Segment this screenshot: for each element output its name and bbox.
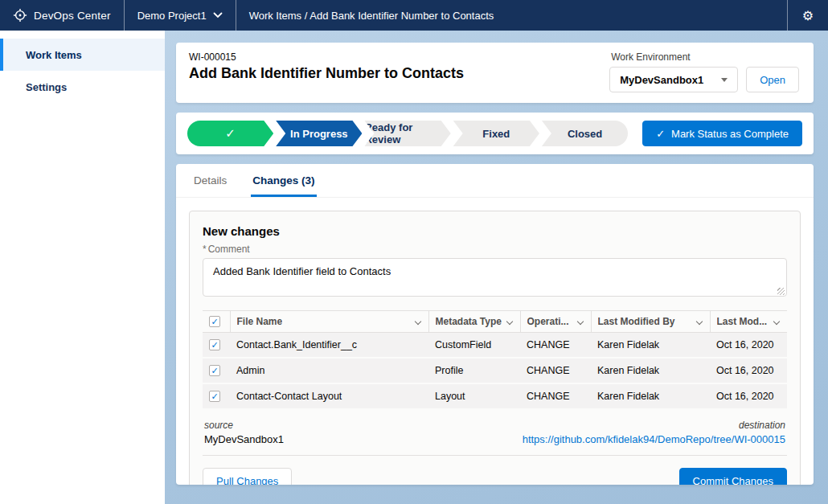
destination-label: destination <box>523 420 785 431</box>
column-label: Metadata Type <box>436 316 502 327</box>
chevron-down-icon[interactable] <box>414 318 420 325</box>
work-item-header-card: WI-000015 Add Bank Identifier Number to … <box>176 43 814 103</box>
source-label: source <box>204 420 284 431</box>
column-header-file-name[interactable]: File Name <box>230 311 428 333</box>
sidebar-item-settings[interactable]: Settings <box>0 71 165 103</box>
settings-gear-button[interactable]: ⚙ <box>788 0 828 31</box>
table-header-row: ✓ File Name Metadata Type Operati... Las… <box>203 311 787 333</box>
column-label: Last Modified By <box>598 316 675 327</box>
row-checkbox[interactable]: ✓ <box>209 365 220 376</box>
status-path-card: ✓ In Progress Ready for Review Fixed Clo… <box>176 113 814 154</box>
cell-operation: CHANGE <box>520 383 591 409</box>
pull-changes-button[interactable]: Pull Changes <box>203 468 292 485</box>
cell-last-modified-date: Oct 16, 2020 <box>710 383 787 409</box>
check-icon: ✓ <box>211 367 218 375</box>
work-environment-select[interactable]: MyDevSandbox1 <box>609 67 738 92</box>
content-area: WI-000015 Add Bank Identifier Number to … <box>165 31 828 504</box>
chevron-down-icon[interactable] <box>695 318 702 325</box>
devops-center-logo-icon <box>13 8 27 23</box>
comment-label-text: Comment <box>208 244 250 255</box>
chevron-down-icon[interactable] <box>506 318 512 325</box>
column-label: Last Mod... <box>717 316 768 327</box>
path-stage-label: Ready for Review <box>364 121 450 145</box>
changes-table: ✓ File Name Metadata Type Operati... Las… <box>203 310 787 410</box>
column-header-last-modified-date[interactable]: Last Mod... <box>710 311 787 333</box>
check-icon: ✓ <box>656 128 665 140</box>
commit-changes-button[interactable]: Commit Changes <box>679 468 787 485</box>
tab-changes[interactable]: Changes (3) <box>251 164 316 197</box>
column-header-last-modified-by[interactable]: Last Modified By <box>591 311 710 333</box>
check-icon: ✓ <box>211 341 218 350</box>
app-name: DevOps Center <box>34 10 111 22</box>
project-selector-label: Demo Project1 <box>137 10 207 22</box>
gear-icon: ⚙ <box>802 8 814 23</box>
check-icon: ✓ <box>211 392 218 401</box>
table-row: ✓ Contact.Bank_Identifier__c CustomField… <box>203 333 787 359</box>
row-checkbox[interactable]: ✓ <box>209 391 220 402</box>
work-item-id: WI-000015 <box>189 51 464 63</box>
source-value: MyDevSandbox1 <box>204 433 284 445</box>
path-stage-ready-for-review[interactable]: Ready for Review <box>364 121 450 146</box>
path-stage-closed[interactable]: Closed <box>542 121 628 146</box>
cell-operation: CHANGE <box>520 333 591 359</box>
work-environment-label: Work Environment <box>611 51 799 63</box>
path-stage-label: In Progress <box>290 128 348 140</box>
column-label: Operati... <box>527 316 569 327</box>
mark-status-complete-button[interactable]: ✓ Mark Status as Complete <box>642 121 802 146</box>
cell-metadata-type: Layout <box>428 383 520 409</box>
cell-last-modified-by: Karen Fidelak <box>591 383 710 409</box>
column-label: File Name <box>237 316 283 327</box>
select-all-checkbox[interactable]: ✓ <box>209 316 220 327</box>
sidebar-item-label: Work Items <box>26 49 82 61</box>
cell-last-modified-by: Karen Fidelak <box>591 333 710 359</box>
nav-spacer <box>506 0 786 31</box>
panel-heading: New changes <box>203 224 787 238</box>
sidebar-item-label: Settings <box>26 81 67 93</box>
sidebar: Work Items Settings <box>0 31 165 504</box>
path-stage-in-progress[interactable]: In Progress <box>276 121 362 146</box>
cell-last-modified-date: Oct 16, 2020 <box>710 358 787 383</box>
tab-details[interactable]: Details <box>192 164 228 197</box>
comment-label: *Comment <box>203 244 787 255</box>
cell-metadata-type: Profile <box>428 358 520 383</box>
comment-input[interactable]: Added Bank Identifier field to Contacts <box>203 258 787 297</box>
chevron-down-icon <box>213 12 223 18</box>
check-icon: ✓ <box>225 126 236 141</box>
app-brand: DevOps Center <box>0 0 124 31</box>
cell-last-modified-date: Oct 16, 2020 <box>710 333 787 359</box>
table-row: ✓ Contact-Contact Layout Layout CHANGE K… <box>203 383 787 409</box>
cell-operation: CHANGE <box>520 358 591 383</box>
source-destination-row: source MyDevSandbox1 destination https:/… <box>203 410 787 456</box>
status-path: ✓ In Progress Ready for Review Fixed Clo… <box>187 121 628 146</box>
destination-block: destination https://github.com/kfidelak9… <box>523 420 785 445</box>
page-title: Add Bank Identifier Number to Contacts <box>189 65 464 82</box>
path-stage-fixed[interactable]: Fixed <box>453 121 539 146</box>
destination-link[interactable]: https://github.com/kfidelak94/DemoRepo/t… <box>523 433 785 445</box>
check-icon: ✓ <box>211 318 218 326</box>
cell-metadata-type: CustomField <box>428 333 520 359</box>
required-asterisk: * <box>203 244 207 255</box>
path-stage-label: Closed <box>568 128 602 140</box>
column-header-operation[interactable]: Operati... <box>520 311 591 333</box>
path-stage-label: Fixed <box>482 128 510 140</box>
row-checkbox[interactable]: ✓ <box>209 339 220 350</box>
cell-file-name: Contact.Bank_Identifier__c <box>230 333 428 359</box>
chevron-down-icon[interactable] <box>576 318 583 325</box>
cell-file-name: Contact-Contact Layout <box>230 383 428 409</box>
breadcrumb[interactable]: Work Items / Add Bank Identifier Number … <box>249 10 494 22</box>
source-block: source MyDevSandbox1 <box>204 420 284 445</box>
select-all-header[interactable]: ✓ <box>203 311 230 333</box>
column-header-metadata-type[interactable]: Metadata Type <box>428 311 520 333</box>
work-item-detail-card: Details Changes (3) New changes *Comment… <box>176 164 814 485</box>
open-button[interactable]: Open <box>746 67 799 92</box>
work-environment-value: MyDevSandbox1 <box>620 74 703 86</box>
tab-bar: Details Changes (3) <box>176 164 814 198</box>
sidebar-item-work-items[interactable]: Work Items <box>0 39 165 71</box>
path-stage-completed[interactable]: ✓ <box>187 121 273 146</box>
project-selector[interactable]: Demo Project1 <box>125 0 236 31</box>
new-changes-panel: New changes *Comment Added Bank Identifi… <box>189 211 801 485</box>
mark-status-complete-label: Mark Status as Complete <box>671 128 789 140</box>
panel-actions: Pull Changes Commit Changes <box>203 468 787 485</box>
top-navbar: DevOps Center Demo Project1 Work Items /… <box>0 0 828 31</box>
chevron-down-icon[interactable] <box>773 318 780 325</box>
